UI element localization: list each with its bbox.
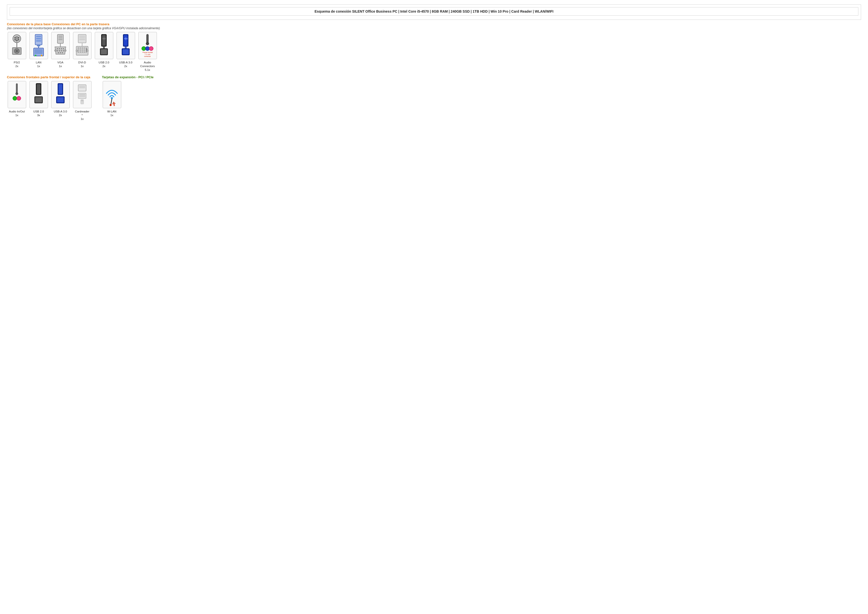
svg-text:*Panel frontal: *Panel frontal [142, 51, 153, 53]
rear-connector-row: PS/2 2x [7, 32, 861, 72]
svg-point-31 [57, 50, 58, 51]
svg-point-55 [84, 50, 85, 51]
svg-point-5 [18, 39, 19, 40]
svg-point-47 [78, 48, 79, 48]
svg-point-86 [146, 42, 149, 45]
connector-label-cardreader: Cardreader * 1x [75, 110, 89, 121]
svg-point-61 [85, 51, 87, 53]
connector-box-cardreader [73, 81, 91, 108]
svg-text:conector: conector [144, 56, 151, 57]
svg-point-3 [18, 37, 19, 38]
connector-usb2-front: USB 2.0 3x [29, 81, 48, 121]
connector-box-vga [51, 32, 70, 59]
svg-point-96 [17, 96, 21, 100]
connector-wlan: W-LAN 1x [102, 81, 122, 117]
svg-point-63 [76, 50, 78, 52]
svg-point-53 [80, 50, 81, 51]
svg-rect-76 [124, 35, 127, 45]
expansion-section: Tarjetas de expansión - PCI / PCIe [102, 75, 153, 119]
usb2-front-visual [30, 81, 48, 108]
svg-point-95 [13, 96, 17, 100]
svg-rect-107 [79, 87, 85, 88]
svg-point-6 [16, 40, 17, 41]
lan-svg [31, 33, 46, 58]
svg-rect-98 [37, 84, 40, 94]
dvid-visual [73, 32, 91, 59]
dvid-svg [75, 33, 90, 58]
svg-point-54 [82, 50, 83, 51]
svg-rect-24 [58, 39, 62, 40]
svg-point-115 [110, 104, 112, 106]
usb2-visual [95, 32, 113, 59]
svg-point-38 [54, 50, 56, 51]
svg-point-64 [87, 50, 88, 52]
connector-label-lan: LAN 1x [36, 61, 41, 68]
connector-usb3: USB-A 3.0 2x [116, 32, 136, 72]
usb2-front-svg [31, 82, 46, 107]
connector-label-usb3: USB-A 3.0 2x [119, 61, 132, 68]
svg-point-35 [58, 52, 59, 53]
connector-box-wlan [103, 81, 121, 108]
audio-front-visual [8, 81, 26, 108]
usb3-front-svg [53, 82, 68, 107]
cardreader-svg [75, 82, 90, 107]
usb3-visual [117, 32, 135, 59]
svg-rect-41 [79, 36, 85, 37]
expansion-connector-row: W-LAN 1x [102, 81, 153, 117]
svg-point-36 [60, 52, 61, 53]
svg-point-30 [63, 48, 64, 49]
front-section-header: Conexiones frontales parte frontal / sup… [7, 75, 92, 79]
svg-point-28 [59, 48, 60, 49]
connector-box-usb2 [95, 32, 113, 59]
svg-point-94 [16, 92, 18, 95]
svg-rect-93 [16, 84, 17, 93]
svg-rect-100 [36, 97, 42, 102]
usb2-svg [96, 33, 112, 58]
svg-rect-23 [58, 37, 62, 38]
connector-box-audio-front [8, 81, 26, 108]
svg-point-59 [82, 51, 83, 53]
expansion-section-header: Tarjetas de expansión - PCI / PCIe [102, 75, 153, 79]
wlan-visual [103, 81, 121, 108]
rear-section-header: Conexiones de la placa base Conexiones d… [7, 22, 861, 26]
svg-point-58 [80, 51, 81, 53]
front-connections-section: Conexiones frontales parte frontal / sup… [7, 75, 92, 122]
connector-label-dvid: DVI-D 1x [78, 61, 86, 68]
connector-audio-front: Audio In/Out 1x [7, 81, 27, 121]
svg-point-60 [84, 51, 85, 53]
connector-label-audio: Audio Connectors 5.1x [140, 61, 155, 72]
usb3-svg [118, 33, 133, 58]
connector-dvid: DVI-D 1x [72, 32, 92, 72]
svg-rect-106 [79, 86, 85, 87]
svg-point-29 [61, 48, 62, 49]
ps2-visual [8, 32, 26, 59]
title-section: Esquema de conexión SILENT Office Busine… [7, 5, 861, 20]
svg-point-32 [59, 50, 60, 51]
connector-label-audio-front: Audio In/Out 1x [9, 110, 25, 117]
connector-vga: VGA 1x [51, 32, 70, 72]
svg-point-52 [78, 50, 79, 51]
svg-rect-104 [57, 97, 64, 102]
audio-front-svg [9, 82, 24, 107]
svg-point-19 [35, 55, 36, 56]
vga-svg [53, 33, 68, 58]
svg-rect-12 [36, 36, 41, 37]
connector-label-wlan: W-LAN 1x [107, 110, 116, 117]
svg-point-4 [14, 39, 16, 40]
svg-rect-111 [81, 99, 84, 104]
connector-box-dvid [73, 32, 91, 59]
svg-point-1 [15, 37, 19, 40]
audio-visual: *Panel frontal 7.1 con conector [139, 32, 157, 59]
svg-rect-15 [37, 45, 40, 46]
front-connector-row: Audio In/Out 1x [7, 81, 92, 121]
svg-point-37 [62, 52, 63, 53]
vga-visual [51, 32, 70, 59]
svg-rect-110 [79, 96, 85, 96]
svg-rect-74 [101, 49, 107, 54]
svg-point-49 [82, 48, 83, 48]
svg-rect-14 [36, 40, 41, 42]
svg-text:7.1 con: 7.1 con [145, 53, 150, 55]
svg-point-50 [84, 48, 85, 48]
rear-section-subtitle: (las conexiones del monitor/tarjeta gráf… [7, 26, 861, 30]
svg-marker-116 [112, 101, 116, 106]
